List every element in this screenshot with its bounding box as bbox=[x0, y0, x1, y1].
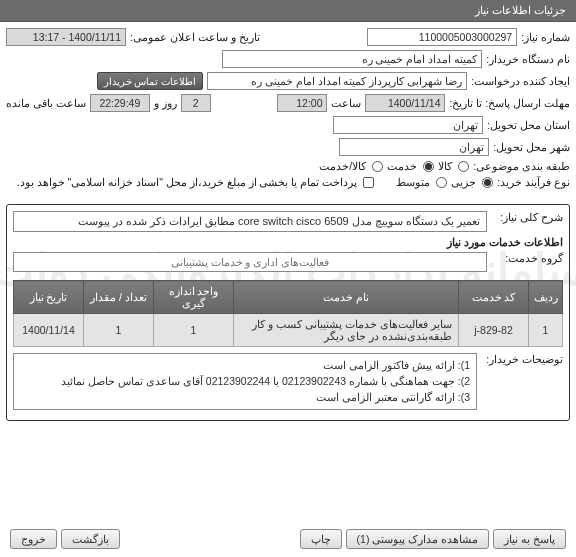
days-remaining-field: 2 bbox=[181, 94, 211, 112]
city-field: تهران bbox=[339, 138, 489, 156]
table-row[interactable]: 1 829-82-j سایر فعالیت‌های خدمات پشتیبان… bbox=[14, 314, 563, 347]
city-label: شهر محل تحویل: bbox=[493, 141, 570, 153]
opt-both: کالا/خدمت bbox=[319, 160, 366, 172]
opt-minor: جزیی bbox=[451, 176, 476, 188]
time-remaining-field: 22:29:49 bbox=[90, 94, 150, 112]
th-date: تاریخ نیاز bbox=[14, 281, 84, 314]
contact-info-button[interactable]: اطلاعات تماس خریدار bbox=[97, 72, 204, 90]
deadline-date-field: 1400/11/14 bbox=[365, 94, 445, 112]
th-qty: تعداد / مقدار bbox=[84, 281, 154, 314]
creator-label: ایجاد کننده درخواست: bbox=[471, 75, 570, 87]
services-table: ردیف کد خدمت نام خدمت واحد اندازه گیری ت… bbox=[13, 280, 563, 347]
cell-name: سایر فعالیت‌های خدمات پشتیبانی کسب و کار… bbox=[234, 314, 459, 347]
opt-service: خدمت bbox=[387, 160, 417, 172]
radio-service[interactable] bbox=[423, 161, 434, 172]
subject-type-label: طبقه بندی موضوعی: bbox=[473, 160, 570, 172]
print-button[interactable]: چاپ bbox=[300, 529, 342, 549]
cell-row: 1 bbox=[529, 314, 563, 347]
exit-button[interactable]: خروج bbox=[10, 529, 57, 549]
radio-medium[interactable] bbox=[436, 177, 447, 188]
th-code: کد خدمت bbox=[459, 281, 529, 314]
group-field: فعالیت‌های اداری و خدمات پشتیبانی bbox=[13, 252, 487, 272]
radio-minor[interactable] bbox=[482, 177, 493, 188]
cell-qty: 1 bbox=[84, 314, 154, 347]
need-title-label: شرح کلی نیاز: bbox=[493, 211, 563, 232]
creator-field: رضا شهرابی کارپرداز کمیته امداد امام خمی… bbox=[207, 72, 467, 90]
time-label: ساعت bbox=[331, 97, 361, 109]
pub-date-field: 1400/11/11 - 13:17 bbox=[6, 28, 126, 46]
org-field: کمیته امداد امام خمینی ره bbox=[222, 50, 482, 68]
reply-button[interactable]: پاسخ به نیاز bbox=[493, 529, 566, 549]
note-line-2: 2): جهت هماهنگی با شماره 02123902243 یا … bbox=[20, 374, 470, 390]
back-button[interactable]: بازگشت bbox=[61, 529, 120, 549]
th-unit: واحد اندازه گیری bbox=[154, 281, 234, 314]
cell-date: 1400/11/14 bbox=[14, 314, 84, 347]
purchase-type-label: نوع فرآیند خرید: bbox=[497, 176, 570, 188]
province-label: استان محل تحویل: bbox=[487, 119, 570, 131]
attachments-button[interactable]: مشاهده مدارک پیوستی (1) bbox=[346, 529, 490, 549]
opt-goods: کالا bbox=[438, 160, 452, 172]
buyer-notes-label: توضیحات خریدار: bbox=[483, 353, 563, 410]
remaining-label: ساعت باقی مانده bbox=[6, 97, 86, 109]
th-name: نام خدمت bbox=[234, 281, 459, 314]
services-label: اطلاعات خدمات مورد نیاز bbox=[13, 236, 563, 248]
radio-goods[interactable] bbox=[458, 161, 469, 172]
pub-date-label: تاریخ و ساعت اعلان عمومی: bbox=[130, 31, 260, 43]
buyer-notes-field: 1): ارائه پیش فاکتور الزامی است 2): جهت … bbox=[13, 353, 477, 410]
note-line-3: 3): ارائه گارانتی معتبر الزامی است bbox=[20, 390, 470, 406]
checkbox-payment[interactable] bbox=[363, 177, 374, 188]
deadline-label: مهلت ارسال پاسخ: تا تاریخ: bbox=[449, 97, 570, 109]
deadline-time-field: 12:00 bbox=[277, 94, 327, 112]
need-no-label: شماره نیاز: bbox=[521, 31, 570, 43]
note-line-1: 1): ارائه پیش فاکتور الزامی است bbox=[20, 358, 470, 374]
days-and-label: روز و bbox=[154, 97, 177, 109]
need-no-field: 1100005003000297 bbox=[367, 28, 517, 46]
need-title-field: تعمیر یک دستگاه سوییچ مدل core switch ci… bbox=[13, 211, 487, 232]
opt-medium: متوسط bbox=[396, 176, 430, 188]
page-title: جزئیات اطلاعات نیاز bbox=[0, 0, 576, 22]
org-label: نام دستگاه خریدار: bbox=[486, 53, 570, 65]
cell-code: 829-82-j bbox=[459, 314, 529, 347]
province-field: تهران bbox=[333, 116, 483, 134]
group-label: گروه خدمت: bbox=[493, 252, 563, 276]
radio-both[interactable] bbox=[372, 161, 383, 172]
th-row: ردیف bbox=[529, 281, 563, 314]
cell-unit: 1 bbox=[154, 314, 234, 347]
payment-note: پرداخت تمام یا بخشی از مبلغ خرید،از محل … bbox=[17, 176, 357, 188]
